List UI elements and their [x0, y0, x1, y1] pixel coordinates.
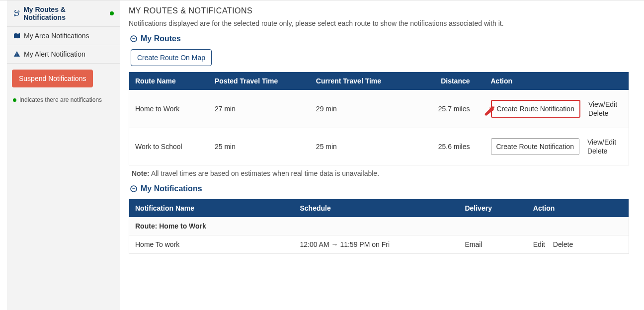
sidebar-item-alert-notification[interactable]: My Alert Notification [7, 45, 120, 64]
col-current-time: Current Travel Time [310, 72, 414, 90]
cell-current: 29 min [310, 90, 414, 128]
page-title: MY ROUTES & NOTIFICATIONS [129, 6, 629, 15]
edit-link[interactable]: Edit [533, 240, 545, 248]
sidebar-item-label: My Area Notifications [24, 32, 89, 40]
col-schedule: Schedule [294, 199, 459, 217]
page-subtitle: Notifications displayed are for the sele… [129, 19, 629, 27]
view-edit-link[interactable]: View/Edit [587, 138, 616, 146]
main-content: MY ROUTES & NOTIFICATIONS Notifications … [120, 0, 644, 310]
table-row: Home to Work 27 min 29 min 25.7 miles Cr… [129, 90, 629, 128]
svg-point-0 [14, 15, 16, 16]
create-route-notification-button[interactable]: Create Route Notification [491, 138, 579, 155]
cell-delivery: Email [459, 235, 527, 254]
map-icon [13, 32, 21, 40]
my-routes-header[interactable]: My Routes [130, 34, 629, 43]
notifications-table: Notification Name Schedule Delivery Acti… [129, 199, 629, 254]
col-route-name: Route Name [129, 72, 209, 90]
cell-notif-name: Home To work [129, 235, 294, 254]
cell-distance: 25.7 miles [414, 90, 485, 128]
travel-time-note: Note: All travel times are based on esti… [132, 169, 629, 177]
pointer-arrow-icon [483, 106, 494, 117]
sidebar-item-label: My Routes & Notifications [23, 5, 105, 21]
collapse-icon [130, 35, 138, 43]
col-action: Action [527, 199, 629, 217]
routes-table: Route Name Posted Travel Time Current Tr… [129, 72, 629, 165]
col-distance: Distance [414, 72, 485, 90]
table-row: Work to School 25 min 25 min 25.6 miles … [129, 128, 629, 165]
view-edit-link[interactable]: View/Edit [588, 100, 617, 108]
sidebar-item-area-notifications[interactable]: My Area Notifications [7, 27, 120, 45]
cell-route-name: Home to Work [129, 90, 209, 128]
col-notification-name: Notification Name [129, 199, 294, 217]
cell-posted: 27 min [209, 90, 310, 128]
notification-group-row: Route: Home to Work [129, 217, 629, 235]
route-icon [13, 9, 20, 17]
delete-link[interactable]: Delete [553, 240, 573, 248]
my-notifications-header[interactable]: My Notifications [130, 184, 629, 193]
delete-link[interactable]: Delete [588, 109, 617, 117]
col-delivery: Delivery [459, 199, 527, 217]
collapse-icon [130, 185, 138, 193]
notification-dot-icon [110, 11, 114, 15]
sidebar-item-label: My Alert Notification [24, 50, 85, 58]
cell-distance: 25.6 miles [414, 128, 485, 165]
create-route-on-map-button[interactable]: Create Route On Map [131, 49, 212, 66]
cell-schedule: 12:00 AM → 11:59 PM on Fri [294, 235, 459, 254]
delete-link[interactable]: Delete [587, 147, 616, 155]
sidebar-indicator-note: Indicates there are notifications [7, 93, 120, 106]
cell-posted: 25 min [209, 128, 310, 165]
sidebar-item-routes-notifications[interactable]: My Routes & Notifications [7, 0, 120, 27]
sidebar: My Routes & Notifications My Area Notifi… [7, 0, 120, 310]
cell-route-name: Work to School [129, 128, 209, 165]
suspend-notifications-button[interactable]: Suspend Notifications [12, 70, 93, 87]
create-route-notification-button[interactable]: Create Route Notification [491, 100, 580, 118]
svg-point-1 [18, 11, 19, 12]
col-action: Action [485, 72, 629, 90]
notification-dot-icon [13, 98, 16, 102]
notification-row: Home To work 12:00 AM → 11:59 PM on Fri … [129, 235, 629, 254]
cell-current: 25 min [310, 128, 414, 165]
alert-icon [13, 50, 21, 58]
col-posted-time: Posted Travel Time [209, 72, 310, 90]
